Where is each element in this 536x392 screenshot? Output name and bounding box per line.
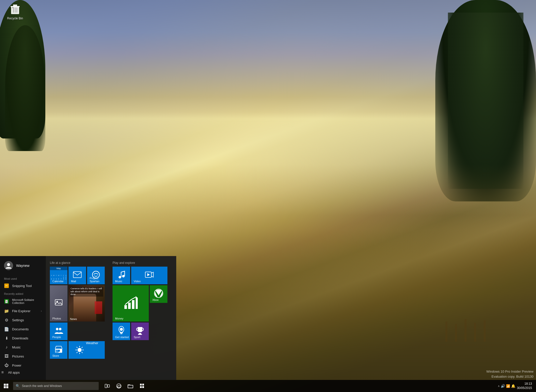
tile-calendar[interactable]: May S M T W T F S xyxy=(50,267,67,284)
svg-rect-46 xyxy=(6,384,8,386)
edge-button[interactable] xyxy=(113,380,124,392)
power-label: Power xyxy=(12,364,21,367)
tile-store[interactable]: Store xyxy=(50,341,67,359)
svg-rect-17 xyxy=(56,351,57,352)
start-button[interactable] xyxy=(0,380,12,392)
tile-mail[interactable]: Mail xyxy=(68,267,86,284)
sidebar-item-pictures[interactable]: 🖼 Pictures xyxy=(0,352,46,361)
task-view-icon xyxy=(105,384,110,388)
settings-icon: ⚙ xyxy=(4,317,9,323)
sidebar-item-music[interactable]: ♪ Music xyxy=(0,343,46,352)
taskbar-middle xyxy=(102,380,148,392)
tile-money[interactable]: Money xyxy=(113,285,149,322)
store-taskbar-button[interactable] xyxy=(136,380,148,392)
news-flag xyxy=(95,301,102,314)
chevron-icon[interactable]: ∧ xyxy=(498,384,500,388)
sport-tile-label: Sport xyxy=(132,336,140,339)
speaker-icon[interactable]: 🔊 xyxy=(501,384,505,388)
xbox-tile-icon xyxy=(154,288,164,298)
svg-rect-50 xyxy=(108,385,110,387)
mail-tile-icon xyxy=(73,271,82,278)
start-sidebar: Waynew Most used ✂ Snipping Tool Recentl… xyxy=(0,256,46,380)
tile-people[interactable]: People xyxy=(50,323,67,340)
file-explorer-icon: 📁 xyxy=(4,308,9,313)
recently-added-label: Recently added xyxy=(0,290,46,296)
music-icon: ♪ xyxy=(4,345,9,350)
calendar-header: May xyxy=(50,267,67,270)
search-placeholder: Search the web and Windows xyxy=(22,384,62,388)
video-tile-icon xyxy=(145,271,154,278)
most-used-label: Most used xyxy=(0,275,46,281)
svg-rect-34 xyxy=(128,303,131,309)
tile-weather[interactable]: Weather xyxy=(68,341,105,359)
weather-tile-label: Weather xyxy=(86,341,98,345)
network-icon[interactable]: 📶 xyxy=(506,384,510,388)
start-tiles: Life at a glance May S M T W T xyxy=(46,256,176,380)
solitaire-label: Microsoft Solitaire Collection xyxy=(12,298,42,304)
recycle-bin-label: Recycle Bin xyxy=(7,17,23,20)
svg-line-26 xyxy=(82,347,83,348)
sidebar-item-downloads[interactable]: ⬇ Downloads xyxy=(0,334,46,343)
svg-rect-16 xyxy=(57,350,58,351)
sidebar-item-all-apps[interactable]: ≡ All apps xyxy=(0,370,46,375)
svg-line-30 xyxy=(121,271,125,272)
svg-rect-9 xyxy=(55,300,62,305)
sidebar-item-solitaire[interactable]: 🃏 Microsoft Solitaire Collection xyxy=(0,296,46,306)
money-tile-icon xyxy=(123,295,138,310)
sidebar-item-power[interactable]: ⏻ Power xyxy=(0,361,46,370)
tile-video[interactable]: Video xyxy=(131,267,167,284)
sidebar-item-settings[interactable]: ⚙ Settings xyxy=(0,315,46,325)
notification-icon[interactable]: 🔔 xyxy=(511,384,515,388)
svg-rect-43 xyxy=(139,333,141,334)
svg-rect-48 xyxy=(6,386,8,388)
search-icon: 🔍 xyxy=(16,384,20,388)
snipping-tool-icon: ✂ xyxy=(4,283,9,288)
music-label: Music xyxy=(12,345,21,349)
svg-rect-52 xyxy=(128,385,133,388)
taskbar-right: ∧ 🔊 📶 🔔 18:13 30/05/2015 xyxy=(498,382,536,390)
svg-rect-42 xyxy=(120,333,122,334)
sport-tile-icon xyxy=(135,326,145,335)
pictures-icon: 🖼 xyxy=(4,354,9,359)
sidebar-item-snipping-tool[interactable]: ✂ Snipping Tool xyxy=(0,281,46,290)
sidebar-item-documents[interactable]: 📄 Documents xyxy=(0,325,46,334)
tile-project-spartan[interactable]: Project Spartan xyxy=(87,267,105,284)
task-view-button[interactable] xyxy=(102,380,113,392)
tile-music[interactable]: Music xyxy=(113,267,130,284)
get-started-tile-label: Get started xyxy=(114,336,129,339)
svg-line-27 xyxy=(77,352,78,353)
svg-rect-41 xyxy=(120,332,123,333)
user-section[interactable]: Waynew xyxy=(0,261,46,275)
recycle-bin-icon xyxy=(9,3,22,16)
taskbar-clock[interactable]: 18:13 30/05/2015 xyxy=(517,382,533,390)
start-icon xyxy=(4,383,9,388)
tile-xbox[interactable]: Xbox xyxy=(150,285,167,303)
tile-get-started[interactable]: Get started xyxy=(113,323,130,340)
store-taskbar-icon xyxy=(139,383,145,388)
life-row-4: Store xyxy=(50,341,110,359)
svg-point-6 xyxy=(7,263,10,266)
tile-photos[interactable]: Photos xyxy=(50,285,67,322)
solitaire-icon: 🃏 xyxy=(4,299,9,304)
sidebar-item-file-explorer[interactable]: 📁 File Explorer › xyxy=(0,306,46,315)
file-explorer-taskbar-button[interactable] xyxy=(125,380,136,392)
people-tile-label: People xyxy=(51,336,61,339)
watermark-line2: Evaluation copy. Build 10130 xyxy=(486,374,533,379)
xbox-tile-label: Xbox xyxy=(151,298,159,302)
avatar xyxy=(4,261,13,270)
calendar-tile-label: Calendar xyxy=(51,280,64,283)
taskbar: 🔍 Search the web and Windows xyxy=(0,380,536,392)
documents-label: Documents xyxy=(12,327,29,331)
svg-rect-15 xyxy=(56,350,57,351)
play-and-explore-section: Play and explore Music xyxy=(113,260,172,360)
tile-sport[interactable]: Sport xyxy=(131,323,149,340)
documents-icon: 📄 xyxy=(4,327,9,332)
settings-label: Settings xyxy=(12,318,24,322)
search-bar[interactable]: 🔍 Search the web and Windows xyxy=(13,382,99,390)
svg-rect-2 xyxy=(13,5,17,6)
recycle-bin[interactable]: Recycle Bin xyxy=(5,3,25,20)
svg-rect-45 xyxy=(4,384,6,386)
tile-news[interactable]: Cameron tells EU leaders: I will talk ab… xyxy=(68,285,105,322)
svg-point-28 xyxy=(119,276,121,278)
get-started-tile-icon xyxy=(117,326,125,335)
